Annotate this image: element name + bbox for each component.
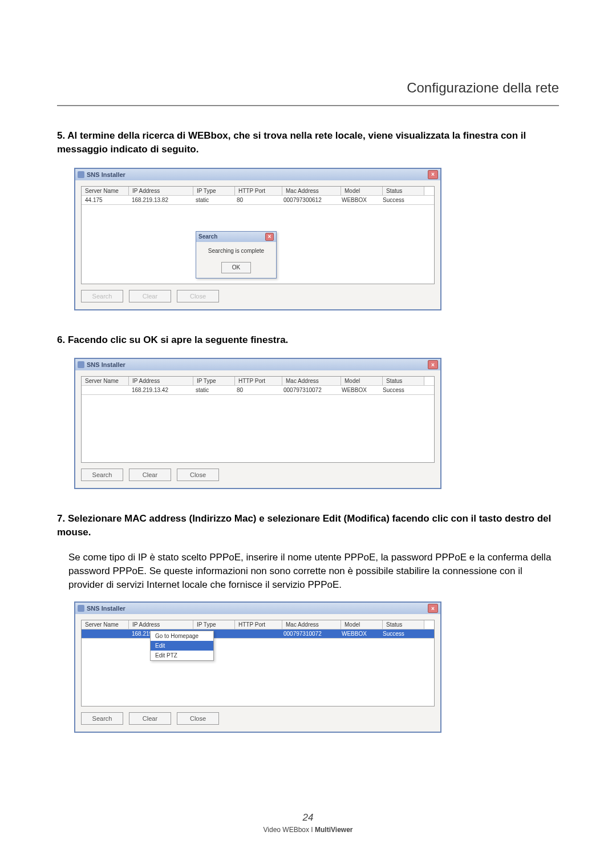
cell-ip: 168.219.13.82 (128, 196, 192, 204)
cell-model: WEBBOX (338, 196, 379, 204)
col-ip: IP Address (129, 620, 193, 629)
step-7: 7. Selezionare MAC address (Indirizzo Ma… (57, 512, 559, 539)
window-title: SNS Installer (87, 171, 125, 178)
table-row[interactable]: 44.175 168.219.13.82 static 80 000797300… (82, 196, 434, 205)
col-port: HTTP Port (235, 620, 282, 629)
search-button[interactable]: Search (81, 290, 123, 302)
ctx-go-homepage[interactable]: Go to Homepage (151, 631, 213, 641)
product-name: Video WEBbox I (264, 826, 313, 834)
col-ip: IP Address (129, 377, 193, 385)
step-6: 6. Facendo clic su OK si apre la seguent… (57, 333, 559, 347)
table-row-selected[interactable]: 168.219.13 000797310072 WEBBOX Success (82, 629, 434, 639)
window-titlebar: SNS Installer × (75, 603, 440, 614)
table-header: Server Name IP Address IP Type HTTP Port… (82, 377, 434, 386)
cell-model: WEBBOX (338, 386, 379, 394)
table-header: Server Name IP Address IP Type HTTP Port… (82, 620, 434, 629)
close-button[interactable]: Close (177, 290, 219, 302)
cell-mac: 000797300612 (280, 196, 338, 204)
cell-type: static (192, 196, 233, 204)
col-port: HTTP Port (235, 377, 282, 385)
ok-button[interactable]: OK (221, 262, 251, 273)
cell-mac: 000797310072 (280, 629, 338, 638)
cell-port: 80 (233, 386, 280, 394)
product-bold: MultiViewer (315, 826, 352, 834)
step-6-text: 6. Facendo clic su OK si apre la seguent… (57, 334, 288, 345)
app-icon (78, 361, 84, 368)
close-button[interactable]: Close (177, 712, 219, 725)
step-5: 5. Al termine della ricerca di WEBbox, c… (57, 129, 559, 156)
cell-server (82, 386, 128, 394)
popup-title: Search (198, 233, 217, 240)
close-icon[interactable]: × (428, 170, 438, 179)
search-complete-popup: Search × Searching is complete OK (196, 231, 277, 278)
page-number: 24 (0, 812, 616, 823)
search-button[interactable]: Search (81, 712, 123, 725)
screenshot-after-ok: SNS Installer × Server Name IP Address I… (74, 358, 441, 489)
table-header: Server Name IP Address IP Type HTTP Port… (82, 187, 434, 196)
close-icon[interactable]: × (428, 604, 438, 613)
col-type: IP Type (193, 187, 235, 195)
page-footer: 24 Video WEBbox I MultiViewer (0, 812, 616, 834)
cell-status: Success (379, 196, 420, 204)
col-server: Server Name (82, 620, 129, 629)
search-button[interactable]: Search (81, 469, 123, 481)
page-header: Configurazione della rete (57, 80, 559, 106)
screenshot-search-complete: SNS Installer × Server Name IP Address I… (74, 168, 441, 310)
clear-button[interactable]: Clear (129, 290, 171, 302)
col-model: Model (341, 620, 383, 629)
col-type: IP Type (193, 620, 235, 629)
step-5-text: 5. Al termine della ricerca di WEBbox, c… (57, 130, 526, 155)
ctx-edit-ptz[interactable]: Edit PTZ (151, 651, 213, 660)
col-server: Server Name (82, 377, 129, 385)
cell-port: 80 (233, 196, 280, 204)
clear-button[interactable]: Clear (129, 469, 171, 481)
window-titlebar: SNS Installer × (75, 169, 440, 180)
close-button[interactable]: Close (177, 469, 219, 481)
window-title: SNS Installer (87, 361, 125, 368)
step-7-body: Se come tipo di IP è stato scelto PPPoE,… (68, 551, 559, 591)
col-ip: IP Address (129, 187, 193, 195)
col-mac: Mac Address (282, 620, 341, 629)
close-icon[interactable]: × (265, 233, 274, 241)
col-server: Server Name (82, 187, 129, 195)
cell-port (233, 629, 280, 638)
col-type: IP Type (193, 377, 235, 385)
ctx-edit[interactable]: Edit (151, 641, 213, 651)
col-status: Status (383, 377, 424, 385)
table-row[interactable]: 168.219.13.42 static 80 000797310072 WEB… (82, 386, 434, 395)
cell-type: static (192, 386, 233, 394)
screenshot-context-menu: SNS Installer × Server Name IP Address I… (74, 601, 441, 733)
cell-server: 44.175 (82, 196, 128, 204)
context-menu: Go to Homepage Edit Edit PTZ (150, 631, 214, 661)
col-status: Status (383, 187, 424, 195)
close-icon[interactable]: × (428, 360, 438, 369)
col-model: Model (341, 187, 383, 195)
window-title: SNS Installer (87, 605, 125, 612)
app-icon (78, 171, 84, 178)
col-mac: Mac Address (282, 377, 341, 385)
popup-message: Searching is complete (196, 242, 276, 260)
window-titlebar: SNS Installer × (75, 359, 440, 370)
col-mac: Mac Address (282, 187, 341, 195)
step-7-text: 7. Selezionare MAC address (Indirizzo Ma… (57, 513, 551, 538)
cell-ip: 168.219.13.42 (128, 386, 192, 394)
col-status: Status (383, 620, 424, 629)
app-icon (78, 605, 84, 612)
cell-status: Success (379, 629, 420, 638)
cell-mac: 000797310072 (280, 386, 338, 394)
cell-status: Success (379, 386, 420, 394)
col-model: Model (341, 377, 383, 385)
col-port: HTTP Port (235, 187, 282, 195)
clear-button[interactable]: Clear (129, 712, 171, 725)
cell-server (82, 629, 128, 638)
cell-model: WEBBOX (338, 629, 379, 638)
